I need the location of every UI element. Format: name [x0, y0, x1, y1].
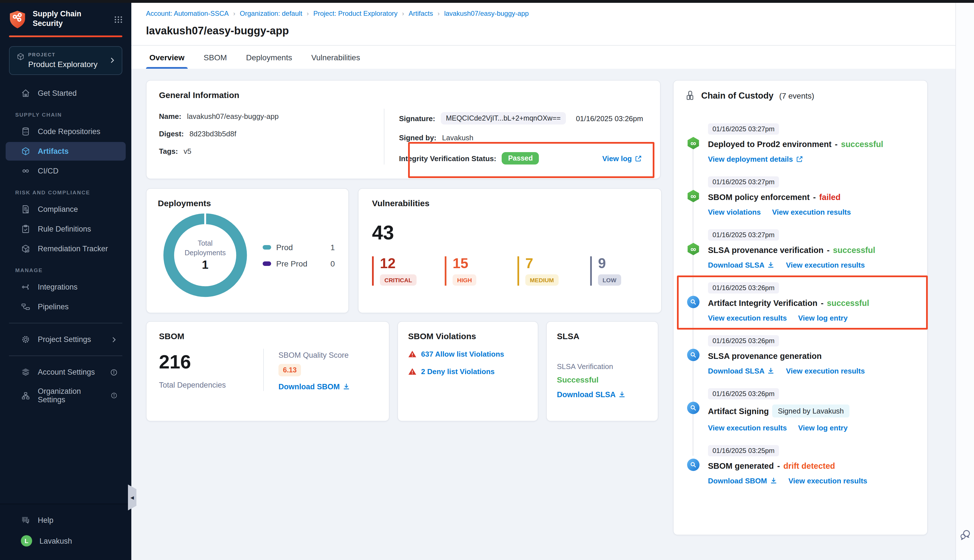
view-deployment-details-link[interactable]: View deployment details: [708, 155, 803, 163]
app-title: Supply Chain Security: [33, 10, 108, 29]
tab-deployments[interactable]: Deployments: [245, 46, 293, 69]
view-log-entry-link[interactable]: View log entry: [798, 314, 848, 322]
sidebar-item-project-settings[interactable]: Project Settings: [6, 330, 126, 349]
sidebar-item-compliance[interactable]: Compliance: [6, 200, 126, 218]
info-icon[interactable]: [111, 392, 118, 400]
integrity-status-badge: Passed: [502, 152, 539, 165]
download-slsa-link[interactable]: Download SLSA: [708, 261, 775, 269]
breadcrumb-separator: ›: [307, 10, 309, 17]
card-title: General Information: [159, 90, 648, 100]
deny-list-violations-link[interactable]: 2 Deny list Violations: [421, 367, 495, 376]
timeline-event: 01/16/2025 03:26pmArtifact Integrity Ver…: [687, 282, 916, 322]
allow-list-violations-link[interactable]: 637 Allow list Violations: [421, 350, 504, 358]
page-title: lavakush07/easy-buggy-app: [146, 25, 956, 37]
download-icon: [770, 477, 777, 485]
page-header: Account: Automation-SSCA› Organization: …: [131, 3, 956, 69]
severity-badge: LOW: [598, 274, 621, 286]
sidebar-user[interactable]: L Lavakush: [6, 531, 126, 551]
sidebar-item-organization-settings[interactable]: Organization Settings: [6, 383, 126, 408]
view-execution-results-link[interactable]: View execution results: [788, 477, 867, 485]
tab-sbom[interactable]: SBOM: [203, 46, 228, 69]
sidebar-item-integrations[interactable]: Integrations: [6, 278, 126, 296]
download-sbom-link[interactable]: Download SBOM: [708, 477, 777, 485]
timeline-event: ∞01/16/2025 03:27pmSLSA provenance verif…: [687, 229, 916, 269]
sidebar-item-remediation-tracker[interactable]: Remediation Tracker: [6, 240, 126, 258]
sidebar-item-label: Remediation Tracker: [38, 245, 108, 253]
download-icon: [343, 383, 350, 390]
integrations-icon: [21, 282, 30, 292]
integrity-status-label: Integrity Verification Status:: [399, 154, 496, 163]
card-title: Deployments: [158, 198, 337, 208]
org-chart-icon: [21, 391, 30, 400]
sbom-total-dependencies-value: 216: [159, 351, 263, 373]
download-slsa-link[interactable]: Download SLSA: [708, 367, 775, 375]
project-cube-icon: [16, 52, 25, 60]
view-execution-results-link[interactable]: View execution results: [708, 314, 787, 322]
section-supply-chain: SUPPLY CHAIN: [0, 104, 131, 121]
sidebar-item-label: Code Repositories: [38, 127, 100, 136]
document-search-icon: [21, 205, 30, 214]
signature-label: Signature:: [399, 114, 435, 123]
sidebar-item-account-settings[interactable]: Account Settings: [6, 363, 126, 382]
breadcrumb-current[interactable]: lavakush07/easy-buggy-app: [444, 10, 529, 17]
breadcrumb-account[interactable]: Account: Automation-SSCA: [146, 10, 229, 17]
slsa-card: SLSA SLSA Verification Successful Downlo…: [546, 321, 658, 422]
severity-count: 7: [525, 256, 575, 270]
chain-of-custody-icon: [685, 90, 695, 101]
severity-medium: 7 MEDIUM: [517, 256, 575, 286]
signed-by-label: Signed by:: [399, 133, 437, 142]
event-status: successful: [827, 298, 869, 308]
download-icon: [767, 262, 775, 269]
scan-step-icon: [687, 458, 699, 471]
sidebar-item-rule-definitions[interactable]: Rule Definitions: [6, 220, 126, 238]
view-log-link[interactable]: View log: [602, 154, 648, 163]
severity-low: 9 LOW: [590, 256, 648, 286]
severity-critical: 12 CRITICAL: [372, 256, 430, 286]
vulnerabilities-card: Vulnerabilities 43 12 CRITICAL 15 HIGH: [358, 188, 662, 313]
view-execution-results-link[interactable]: View execution results: [786, 261, 865, 269]
tab-overview[interactable]: Overview: [148, 46, 186, 69]
project-selector[interactable]: PROJECT Product Exploratory: [9, 46, 122, 75]
view-log-entry-link[interactable]: View log entry: [798, 424, 848, 432]
tags-value: v5: [183, 147, 191, 155]
vulnerabilities-total: 43: [372, 222, 648, 244]
app-switcher-grid-icon[interactable]: [113, 14, 123, 24]
breadcrumb-organization[interactable]: Organization: default: [240, 10, 302, 17]
main-content: Account: Automation-SSCA› Organization: …: [131, 3, 956, 560]
tab-vulnerabilities[interactable]: Vulnerabilities: [310, 46, 361, 69]
warning-triangle-icon: [408, 367, 417, 376]
download-sbom-link[interactable]: Download SBOM: [279, 383, 350, 391]
breadcrumb-project[interactable]: Project: Product Exploratory: [314, 10, 398, 17]
view-execution-results-link[interactable]: View execution results: [708, 424, 787, 432]
sidebar-item-pipelines[interactable]: Pipelines: [6, 297, 126, 316]
support-chat-icon[interactable]: [959, 529, 971, 541]
info-icon[interactable]: [110, 368, 118, 376]
chevron-right-icon: [108, 56, 116, 64]
remediation-box-icon: [21, 244, 30, 253]
pre-prod-swatch: [263, 261, 271, 266]
view-violations-link[interactable]: View violations: [708, 208, 761, 216]
event-status: drift detected: [783, 462, 835, 470]
event-title: Artifact Integrity Verification-successf…: [708, 298, 916, 308]
sidebar-item-cicd[interactable]: CI/CD: [6, 162, 126, 180]
sidebar-item-get-started[interactable]: Get Started: [6, 84, 126, 103]
event-timestamp: 01/16/2025 03:26pm: [708, 335, 779, 347]
sidebar-item-artifacts[interactable]: Artifacts: [6, 142, 126, 160]
sidebar-item-help[interactable]: ? Help: [6, 511, 126, 530]
download-slsa-link[interactable]: Download SLSA: [557, 390, 648, 399]
deployments-legend: Prod 1 Pre Prod 0: [263, 235, 335, 275]
pipeline-step-icon: ∞: [687, 137, 699, 149]
user-avatar: L: [21, 535, 32, 547]
sidebar-item-label: Project Settings: [38, 335, 91, 344]
tab-bar: Overview SBOM Deployments Vulnerabilitie…: [146, 46, 956, 69]
view-execution-results-link[interactable]: View execution results: [786, 367, 865, 375]
pipeline-step-icon: ∞: [687, 190, 699, 202]
card-title: SLSA: [557, 331, 648, 341]
breadcrumb-artifacts[interactable]: Artifacts: [409, 10, 433, 17]
svg-text:?: ?: [24, 517, 26, 521]
slsa-verification-status: Successful: [557, 375, 648, 384]
sidebar-item-code-repositories[interactable]: </> Code Repositories: [6, 122, 126, 141]
view-execution-results-link[interactable]: View execution results: [772, 208, 851, 216]
sidebar-footer: ? Help L Lavakush: [0, 504, 131, 560]
scan-step-icon: [687, 349, 699, 361]
